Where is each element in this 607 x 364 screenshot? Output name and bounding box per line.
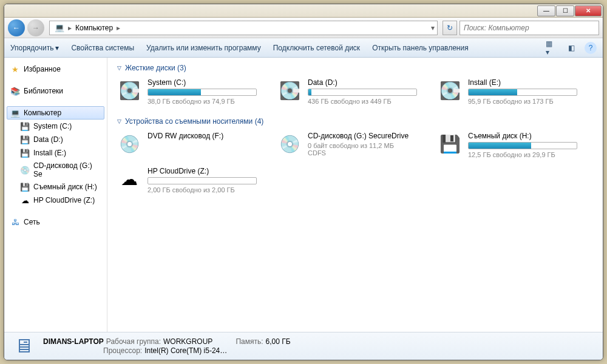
drive-icon: 💾 xyxy=(20,121,30,131)
drive-name: System (C:) xyxy=(148,78,263,87)
drive-item[interactable]: 💽 System (C:) 38,0 ГБ свободно из 74,9 Г… xyxy=(117,78,263,105)
drive-label: CD-дисковод (G:) Se xyxy=(33,161,101,178)
map-network-drive-button[interactable]: Подключить сетевой диск xyxy=(273,44,360,52)
computer-icon: 🖥 xyxy=(12,334,36,359)
uninstall-button[interactable]: Удалить или изменить программу xyxy=(146,44,261,52)
drive-icon: 💽 xyxy=(117,78,141,103)
view-options-icon[interactable]: ▦ ▾ xyxy=(546,42,558,54)
drive-name: CD-дисковод (G:) SecureDrive xyxy=(308,132,423,140)
sidebar-label: Избранное xyxy=(24,65,61,73)
drive-name: Съемный диск (H:) xyxy=(468,132,583,140)
help-icon[interactable]: ? xyxy=(585,42,597,54)
space-bar xyxy=(468,142,577,149)
drive-item[interactable]: 💿 CD-дисковод (G:) SecureDrive 0 байт св… xyxy=(277,132,423,158)
minimize-button[interactable]: — xyxy=(537,5,555,16)
organize-button[interactable]: Упорядочить ▾ xyxy=(10,44,59,52)
toolbar: Упорядочить ▾ Свойства системы Удалить и… xyxy=(4,38,603,58)
computer-name: DIMANS-LAPTOP xyxy=(43,337,104,346)
statusbar: 🖥 DIMANS-LAPTOP Рабочая группа: WORKGROU… xyxy=(4,332,603,360)
section-hard-drives[interactable]: ▽ Жесткие диски (3) xyxy=(117,64,593,72)
titlebar: — ☐ ✕ xyxy=(4,4,603,18)
drive-name: Data (D:) xyxy=(308,78,423,87)
sidebar-favorites[interactable]: ★ Избранное xyxy=(4,62,107,76)
section-label: Устройства со съемными носителями (4) xyxy=(125,117,263,126)
breadcrumb-root[interactable]: 💻 ▸ Компьютер ▸ xyxy=(52,23,124,33)
sidebar-drive-item[interactable]: 💿CD-дисковод (G:) Se xyxy=(4,160,107,180)
sidebar-drive-item[interactable]: 💾Install (E:) xyxy=(4,146,107,160)
drive-label: System (C:) xyxy=(33,122,72,130)
drive-item[interactable]: 💽 Install (E:) 95,9 ГБ свободно из 173 Г… xyxy=(438,78,583,105)
drive-icon: ☁ xyxy=(20,195,30,205)
drive-space: 2,00 ГБ свободно из 2,00 ГБ xyxy=(148,186,263,194)
sidebar-drive-item[interactable]: 💾Data (D:) xyxy=(4,133,107,146)
drive-item[interactable]: 💽 Data (D:) 436 ГБ свободно из 449 ГБ xyxy=(277,78,423,105)
drive-label: Съемный диск (H:) xyxy=(33,183,97,191)
drive-icon: 💾 xyxy=(438,132,462,156)
drive-icon: 💿 xyxy=(277,132,302,156)
navbar: ← → 💻 ▸ Компьютер ▸ ▾ ↻ xyxy=(4,18,603,38)
star-icon: ★ xyxy=(10,64,20,74)
control-panel-button[interactable]: Открыть панель управления xyxy=(372,44,469,52)
content-area: ★ Избранное 📚 Библиотеки 💻 Компьютер 💾Sy… xyxy=(4,58,603,332)
computer-icon: 💻 xyxy=(55,23,64,33)
refresh-button[interactable]: ↻ xyxy=(443,21,457,35)
preview-pane-icon[interactable]: ◧ xyxy=(565,42,577,54)
sidebar-libraries[interactable]: 📚 Библиотеки xyxy=(4,84,107,98)
close-button[interactable]: ✕ xyxy=(575,5,602,16)
drive-space: 95,9 ГБ свободно из 173 ГБ xyxy=(468,98,583,105)
sidebar-drive-item[interactable]: ☁HP CloudDrive (Z:) xyxy=(4,194,107,207)
drive-item[interactable]: 💾 Съемный диск (H:) 12,5 ГБ свободно из … xyxy=(438,132,583,158)
memory-label: Память: xyxy=(236,337,263,346)
toolbar-right: ▦ ▾ ◧ ? xyxy=(546,42,597,54)
drive-icon: 💿 xyxy=(20,165,30,175)
sidebar-drive-item[interactable]: 💾Съемный диск (H:) xyxy=(4,180,107,194)
explorer-window: — ☐ ✕ ← → 💻 ▸ Компьютер ▸ ▾ ↻ Упорядочит… xyxy=(4,4,603,360)
back-button[interactable]: ← xyxy=(8,19,25,36)
drive-icon: 💾 xyxy=(20,182,30,192)
sidebar-drive-item[interactable]: 💾System (C:) xyxy=(4,120,107,133)
workgroup-label: Рабочая группа: xyxy=(106,337,161,346)
system-properties-button[interactable]: Свойства системы xyxy=(71,44,134,52)
chevron-right-icon: ▸ xyxy=(67,24,73,32)
search-box[interactable] xyxy=(459,21,599,35)
drive-item[interactable]: ☁ HP CloudDrive (Z:) 2,00 ГБ свободно из… xyxy=(117,167,263,194)
section-label: Жесткие диски (3) xyxy=(125,64,186,72)
drive-icon: ☁ xyxy=(117,167,141,191)
workgroup-value: WORKGROUP xyxy=(163,337,212,346)
space-bar xyxy=(468,89,577,96)
drive-item[interactable]: 💿 DVD RW дисковод (F:) xyxy=(117,132,263,158)
drive-icon: 💽 xyxy=(438,78,462,103)
status-info: DIMANS-LAPTOP Рабочая группа: WORKGROUP … xyxy=(43,337,291,355)
breadcrumb-label: Компьютер xyxy=(75,24,113,32)
drive-space: 436 ГБ свободно из 449 ГБ xyxy=(308,98,423,105)
sidebar-network[interactable]: 🖧 Сеть xyxy=(4,215,107,229)
search-input[interactable] xyxy=(464,24,595,32)
drive-name: HP CloudDrive (Z:) xyxy=(148,167,263,175)
address-dropdown[interactable]: ▾ xyxy=(431,24,435,32)
collapse-icon: ▽ xyxy=(117,65,121,71)
collapse-icon: ▽ xyxy=(117,118,121,124)
drive-name: Install (E:) xyxy=(468,78,583,87)
computer-icon: 💻 xyxy=(10,108,20,118)
drive-label: HP CloudDrive (Z:) xyxy=(33,196,95,204)
drive-icon: 💿 xyxy=(117,132,141,156)
sidebar-label: Компьютер xyxy=(24,109,61,117)
main-pane: ▽ Жесткие диски (3) 💽 System (C:) 38,0 Г… xyxy=(107,58,603,332)
drive-space: 38,0 ГБ свободно из 74,9 ГБ xyxy=(148,98,263,105)
sidebar-label: Сеть xyxy=(24,218,40,226)
drive-name: DVD RW дисковод (F:) xyxy=(148,132,263,140)
forward-button[interactable]: → xyxy=(27,19,44,36)
maximize-button[interactable]: ☐ xyxy=(556,5,574,16)
drive-label: Data (D:) xyxy=(33,135,63,144)
drive-icon: 💾 xyxy=(20,148,30,158)
sidebar: ★ Избранное 📚 Библиотеки 💻 Компьютер 💾Sy… xyxy=(4,58,107,332)
section-removable[interactable]: ▽ Устройства со съемными носителями (4) xyxy=(117,117,593,126)
network-icon: 🖧 xyxy=(10,217,20,227)
sidebar-label: Библиотеки xyxy=(24,87,63,95)
address-bar[interactable]: 💻 ▸ Компьютер ▸ ▾ xyxy=(49,21,438,35)
drive-label: Install (E:) xyxy=(33,149,66,157)
drive-icon: 💽 xyxy=(277,78,302,103)
sidebar-computer[interactable]: 💻 Компьютер xyxy=(7,106,104,120)
drive-space: 0 байт свободно из 11,2 МБ xyxy=(308,142,423,149)
libraries-icon: 📚 xyxy=(10,86,20,96)
